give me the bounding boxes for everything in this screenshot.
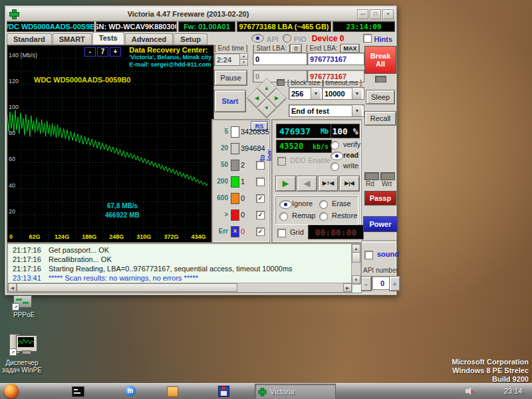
device-selector[interactable]: Device 0: [312, 34, 344, 43]
chevron-down-icon[interactable]: ▼: [352, 88, 362, 99]
pause-button[interactable]: Pause: [214, 70, 247, 86]
sound-checkbox[interactable]: [364, 251, 373, 259]
block-size-label: [ block size ]: [287, 79, 324, 86]
seek-error-button[interactable]: ▶?◀: [318, 176, 338, 192]
to-log-checkbox[interactable]: ✓: [256, 211, 265, 219]
cmd-icon[interactable]: [72, 386, 84, 397]
seek-led: [277, 79, 285, 86]
maximize-button[interactable]: □: [370, 9, 381, 19]
api-radio[interactable]: [251, 34, 264, 43]
timeout-select[interactable]: 10000▼: [322, 87, 364, 100]
close-button[interactable]: ×: [382, 9, 394, 19]
svg-text:434G: 434G: [191, 233, 205, 240]
desktop-icon-pppoe[interactable]: ↗ PPPoE: [4, 295, 44, 325]
start-button[interactable]: [4, 384, 19, 398]
monitor-icon: [16, 335, 37, 352]
svg-text:140 (Mb/s): 140 (Mb/s): [9, 52, 37, 59]
svg-text:310G: 310G: [136, 233, 151, 240]
start-button[interactable]: Start: [214, 90, 246, 112]
icon-label: Диспетчер задач WinPE: [0, 359, 44, 374]
graph-drive-label: WDC WD5000AADS-0059B0: [34, 76, 131, 84]
play-icon: ▶: [283, 177, 289, 190]
counter-threshold: 600: [215, 194, 228, 201]
seek-end-button[interactable]: ▶|◀: [339, 176, 360, 192]
taskbar-victoria-task[interactable]: Victoria: [255, 384, 336, 399]
tab-advanced[interactable]: Advanced: [125, 33, 174, 45]
zoom-level: 7: [97, 47, 108, 57]
grid-checkbox[interactable]: [277, 229, 286, 237]
vscroll-thumb[interactable]: [352, 252, 360, 263]
tab-smart[interactable]: SMART: [53, 33, 92, 45]
counter-threshold: 50: [215, 161, 228, 168]
tab-setup[interactable]: Setup: [174, 33, 207, 45]
chevron-down-icon[interactable]: ▼: [311, 88, 321, 99]
ignore-label: Ignore: [292, 200, 313, 207]
verify-label: verify: [343, 140, 360, 148]
scroll-left-icon[interactable]: ◀: [8, 283, 17, 292]
end-action-select[interactable]: End of test▼: [289, 104, 364, 117]
block-size-select[interactable]: 256▼: [289, 87, 323, 100]
read-label: read: [343, 151, 358, 159]
restore-radio[interactable]: [319, 212, 328, 221]
hints-checkbox[interactable]: [363, 34, 372, 43]
power-button[interactable]: Power: [363, 216, 398, 232]
api-plus-button[interactable]: +: [389, 276, 400, 291]
tab-tests[interactable]: Tests: [92, 32, 124, 45]
recall-button[interactable]: Recall: [364, 111, 396, 126]
scan-back-button[interactable]: ◀: [297, 176, 317, 192]
counter-row-600: 600 0 ✓: [215, 194, 267, 205]
to-log-checkbox[interactable]: ✓: [256, 194, 265, 203]
to-log-checkbox[interactable]: [256, 178, 265, 186]
scroll-right-icon[interactable]: ▶: [343, 283, 352, 292]
erase-radio[interactable]: [319, 200, 328, 209]
end-lba-max-button[interactable]: MAX: [340, 44, 360, 53]
pio-radio[interactable]: [283, 34, 291, 43]
counter-value: 1: [241, 178, 245, 186]
tab-standard[interactable]: Standard: [7, 33, 52, 45]
remap-radio[interactable]: [279, 212, 288, 221]
zoom-out-button[interactable]: -: [84, 47, 96, 57]
volume-muted-icon[interactable]: ×: [466, 387, 475, 395]
ignore-radio[interactable]: [279, 200, 292, 209]
sleep-button[interactable]: Sleep: [366, 90, 395, 104]
rd-led-label: Rd: [366, 180, 374, 188]
speed-unit: kb/s: [313, 143, 329, 150]
passport-button[interactable]: Passp: [364, 191, 396, 205]
verify-radio[interactable]: [331, 141, 339, 150]
start-lba-reset-button[interactable]: 0: [290, 44, 302, 53]
api-minus-button[interactable]: -: [360, 276, 372, 291]
folder-icon[interactable]: [167, 386, 178, 397]
start-scan-button[interactable]: ▶: [275, 176, 296, 192]
to-log-checkbox[interactable]: ✓: [256, 227, 265, 236]
counter-row-gt: > 0 ✓: [215, 211, 267, 221]
start-lba-field[interactable]: 0: [253, 53, 307, 65]
end-lba-label: [ End LBA: ]: [306, 45, 341, 52]
log-vscrollbar[interactable]: ▲ ▼: [351, 243, 361, 285]
end-time-down-button[interactable]: ▼: [239, 59, 248, 66]
svg-text:248G: 248G: [109, 233, 124, 240]
floppy-save-icon[interactable]: [218, 386, 229, 397]
break-all-button[interactable]: Break All: [364, 46, 396, 74]
m-app-icon[interactable]: m: [125, 386, 136, 396]
minimize-button[interactable]: —: [357, 9, 368, 19]
counter-color-block: [231, 193, 239, 204]
hscroll-thumb[interactable]: [17, 283, 237, 292]
timeout-label: [ timeout,ms ]: [322, 79, 362, 86]
log-area[interactable]: 21:17:16Get passport... OK 21:17:16Recal…: [7, 243, 362, 293]
drive-capacity: 976773168 LBA (~465 GB): [237, 21, 331, 32]
zoom-in-button[interactable]: +: [110, 47, 121, 57]
os-watermark: Microsoft Corporation Windows 8 PE Strel…: [452, 358, 529, 384]
scroll-down-icon[interactable]: ▼: [352, 275, 360, 284]
to-log-checkbox[interactable]: [256, 161, 265, 170]
log-hscrollbar[interactable]: ◀ ▶: [7, 283, 352, 293]
read-radio[interactable]: [331, 152, 343, 160]
hints-label: Hints: [374, 35, 393, 43]
desktop-icon-task-manager[interactable]: ↗ Диспетчер задач WinPE: [0, 332, 44, 380]
ddd-enable-checkbox[interactable]: [277, 157, 286, 166]
svg-text:100: 100: [9, 104, 19, 110]
tray-clock[interactable]: 23:14: [504, 387, 523, 395]
title-bar[interactable]: Victoria 4.47 Freeware (2013-02-20) — □ …: [7, 7, 395, 21]
chevron-down-icon[interactable]: ▼: [352, 105, 362, 116]
end-lba-field[interactable]: 976773167: [307, 53, 364, 65]
write-radio[interactable]: [331, 162, 339, 171]
